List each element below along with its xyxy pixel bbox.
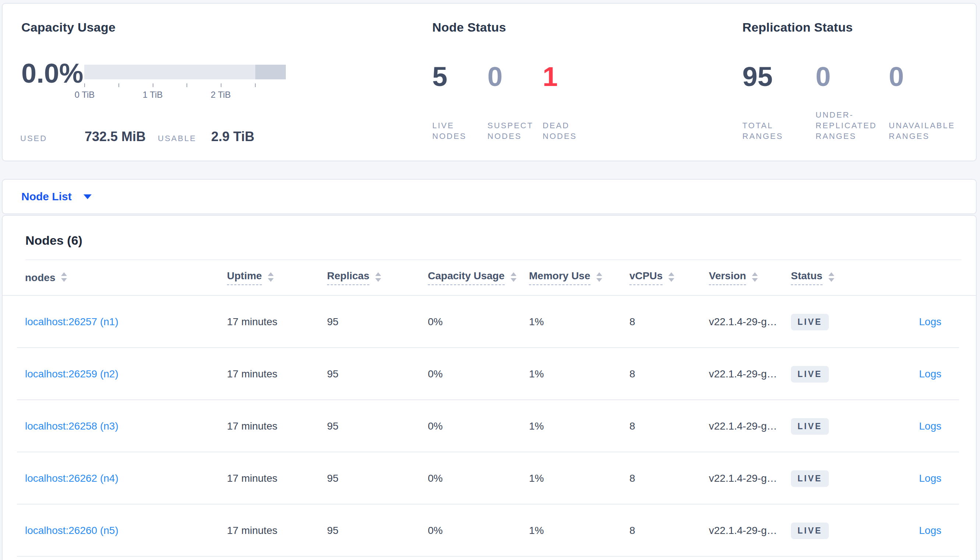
capacity-usage-section: Capacity Usage 0.0% 0 TiB 1 TiB 2 T [20, 4, 300, 162]
uptime-cell: 17 minutes [227, 473, 327, 484]
node-status-stats: 5 LIVE NODES 0 SUSPECT NODES 1 DEAD NODE… [432, 62, 598, 142]
memory-cell: 1% [529, 473, 629, 484]
capacity-usage-title: Capacity Usage [21, 20, 115, 35]
memory-cell: 1% [529, 368, 629, 380]
tick [153, 83, 154, 87]
node-list-dropdown[interactable]: Node List [21, 190, 92, 203]
axis-label: 2 TiB [195, 90, 246, 100]
status-badge: LIVE [791, 418, 829, 435]
node-status-title: Node Status [432, 20, 506, 35]
capacity-used-usable: USED 732.5 MiB USABLE 2.9 TiB [20, 129, 254, 144]
sort-icon [268, 272, 274, 282]
tick [119, 83, 119, 87]
vcpus-cell: 8 [629, 316, 709, 328]
cluster-overview-page: Capacity Usage 0.0% 0 TiB 1 TiB 2 T [0, 0, 980, 560]
column-header[interactable]: Uptime [227, 270, 327, 285]
node-link[interactable]: localhost:26262 (n4) [25, 473, 119, 484]
column-header-label: Capacity Usage [428, 270, 505, 285]
capacity-bar: 0 TiB 1 TiB 2 TiB [84, 65, 286, 100]
sort-icon [511, 272, 517, 282]
tick [255, 83, 256, 87]
status-badge: LIVE [791, 470, 829, 487]
table-row: localhost:26257 (n1) 17 minutes 95 0% 1%… [3, 296, 976, 348]
capacity-bar-nonusable-segment [255, 65, 286, 79]
stat: 0 SUSPECT NODES [487, 62, 543, 142]
nodes-table-header: nodes Uptime Replicas Capacity Usage Mem… [3, 260, 976, 296]
column-header[interactable]: Replicas [327, 270, 428, 285]
status-badge: LIVE [791, 523, 829, 539]
logs-link[interactable]: Logs [919, 473, 942, 484]
capacity-bar-ticks [84, 83, 286, 87]
logs-link[interactable]: Logs [919, 316, 942, 327]
capacity-axis-labels: 0 TiB 1 TiB 2 TiB [84, 90, 286, 100]
capacity-used-percent: 0.0% [21, 60, 84, 87]
column-header[interactable]: nodes [25, 272, 227, 284]
sort-icon [596, 272, 602, 282]
node-link[interactable]: localhost:26260 (n5) [25, 525, 119, 536]
version-cell: v22.1.4-29-g… [709, 316, 791, 328]
node-link[interactable]: localhost:26259 (n2) [25, 368, 119, 380]
column-header[interactable]: Status [791, 270, 887, 285]
vcpus-cell: 8 [629, 473, 709, 484]
vcpus-cell: 8 [629, 368, 709, 380]
version-cell: v22.1.4-29-g… [709, 420, 791, 432]
table-row: localhost:26260 (n5) 17 minutes 95 0% 1%… [3, 505, 976, 557]
version-cell: v22.1.4-29-g… [709, 368, 791, 380]
logs-link[interactable]: Logs [919, 525, 942, 536]
stat-value: 0 [816, 62, 889, 91]
capacity-cell: 0% [428, 420, 529, 432]
vcpus-cell: 8 [629, 525, 709, 537]
status-badge: LIVE [791, 314, 829, 330]
stat-value: 0 [889, 62, 962, 91]
view-selector-bar: Node List [2, 179, 977, 214]
stat-value: 0 [487, 62, 543, 91]
replication-status-section: Replication Status 95 TOTAL RANGES 0 UND… [743, 4, 970, 162]
used-label: USED [20, 134, 85, 143]
sort-icon [828, 272, 835, 282]
stat-label: UNDER-REPLICATED RANGES [816, 110, 884, 142]
used-value: 732.5 MiB [85, 129, 158, 144]
version-cell: v22.1.4-29-g… [709, 525, 791, 537]
vcpus-cell: 8 [629, 420, 709, 432]
node-status-section: Node Status 5 LIVE NODES 0 SUSPECT NODES… [432, 4, 690, 162]
logs-link[interactable]: Logs [919, 368, 942, 380]
node-link[interactable]: localhost:26258 (n3) [25, 420, 119, 432]
capacity-cell: 0% [428, 525, 529, 537]
stat-label: SUSPECT NODES [487, 120, 543, 142]
node-link[interactable]: localhost:26257 (n1) [25, 316, 119, 327]
axis-label: 0 TiB [59, 90, 110, 100]
cluster-summary-panel: Capacity Usage 0.0% 0 TiB 1 TiB 2 T [2, 3, 977, 161]
memory-cell: 1% [529, 316, 629, 328]
memory-cell: 1% [529, 420, 629, 432]
memory-cell: 1% [529, 525, 629, 537]
stat-label: TOTAL RANGES [743, 120, 810, 142]
tick [84, 83, 85, 87]
stat-label: UNAVAILABLE RANGES [889, 120, 957, 142]
sort-icon [375, 272, 381, 282]
replicas-cell: 95 [327, 473, 428, 484]
column-header-label: Uptime [227, 270, 262, 285]
column-header[interactable]: vCPUs [629, 270, 709, 285]
column-header[interactable]: Memory Use [529, 270, 629, 285]
table-row: localhost:26262 (n4) 17 minutes 95 0% 1%… [3, 452, 976, 505]
stat: 0 UNAVAILABLE RANGES [889, 62, 962, 142]
column-header-label: Status [791, 270, 823, 285]
nodes-table-body: localhost:26257 (n1) 17 minutes 95 0% 1%… [3, 296, 976, 557]
capacity-cell: 0% [428, 316, 529, 328]
node-list-dropdown-label: Node List [21, 190, 72, 203]
sort-icon [669, 272, 674, 282]
usable-value: 2.9 TiB [211, 129, 254, 144]
stat-label: LIVE NODES [432, 120, 487, 142]
capacity-bar-track [84, 65, 286, 79]
stat-value: 1 [543, 62, 598, 91]
replicas-cell: 95 [327, 420, 428, 432]
logs-link[interactable]: Logs [919, 420, 942, 432]
replicas-cell: 95 [327, 316, 428, 328]
stat: 1 DEAD NODES [543, 62, 598, 142]
uptime-cell: 17 minutes [227, 368, 327, 380]
column-header[interactable]: Version [709, 270, 791, 285]
column-header-label: vCPUs [629, 270, 662, 285]
table-row: localhost:26258 (n3) 17 minutes 95 0% 1%… [3, 400, 976, 452]
column-header[interactable]: Capacity Usage [428, 270, 529, 285]
axis-label: 1 TiB [127, 90, 179, 100]
